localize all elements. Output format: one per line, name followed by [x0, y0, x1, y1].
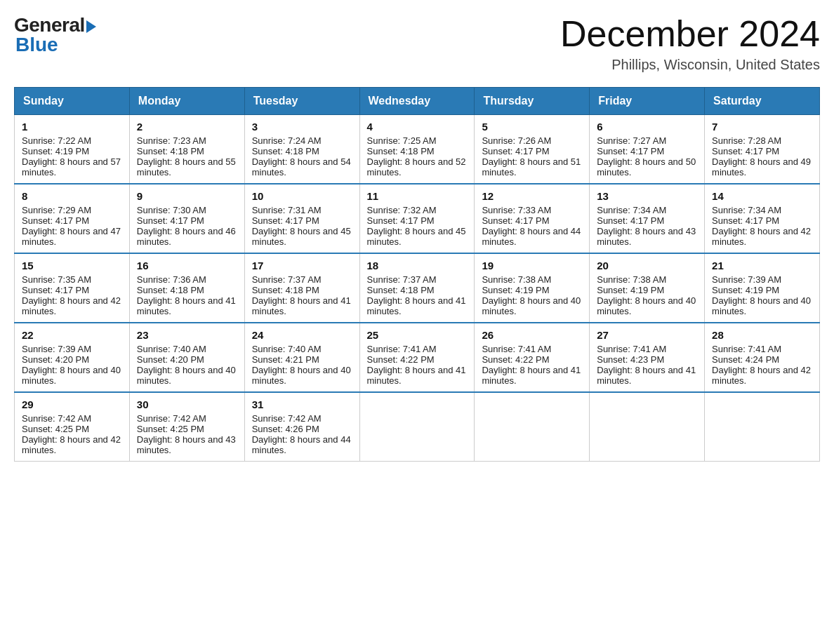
day-number: 9	[137, 190, 237, 202]
calendar-day-cell: 19Sunrise: 7:38 AMSunset: 4:19 PMDayligh…	[475, 253, 590, 323]
daylight-info: Daylight: 8 hours and 40 minutes.	[137, 365, 237, 386]
calendar-week-row: 15Sunrise: 7:35 AMSunset: 4:17 PMDayligh…	[15, 253, 820, 323]
daylight-info: Daylight: 8 hours and 40 minutes.	[482, 295, 582, 316]
sunset-info: Sunset: 4:18 PM	[137, 285, 237, 295]
day-number: 10	[252, 190, 352, 202]
day-number: 26	[482, 329, 582, 341]
calendar-day-cell: 29Sunrise: 7:42 AMSunset: 4:25 PMDayligh…	[15, 392, 130, 462]
day-content: 10Sunrise: 7:31 AMSunset: 4:17 PMDayligh…	[252, 190, 352, 247]
day-content: 21Sunrise: 7:39 AMSunset: 4:19 PMDayligh…	[712, 260, 812, 316]
sunset-info: Sunset: 4:19 PM	[597, 285, 697, 295]
sunset-info: Sunset: 4:17 PM	[22, 215, 122, 226]
sunrise-info: Sunrise: 7:35 AM	[22, 274, 122, 285]
day-content: 11Sunrise: 7:32 AMSunset: 4:17 PMDayligh…	[367, 190, 468, 247]
calendar-day-cell: 24Sunrise: 7:40 AMSunset: 4:21 PMDayligh…	[244, 323, 359, 392]
daylight-info: Daylight: 8 hours and 44 minutes.	[482, 226, 582, 247]
sunset-info: Sunset: 4:18 PM	[252, 285, 352, 295]
calendar-day-cell: 21Sunrise: 7:39 AMSunset: 4:19 PMDayligh…	[705, 253, 820, 323]
calendar-day-cell: 16Sunrise: 7:36 AMSunset: 4:18 PMDayligh…	[129, 253, 244, 323]
calendar-day-cell: 7Sunrise: 7:28 AMSunset: 4:17 PMDaylight…	[705, 115, 820, 185]
sunset-info: Sunset: 4:26 PM	[252, 424, 352, 434]
calendar-day-cell: 23Sunrise: 7:40 AMSunset: 4:20 PMDayligh…	[129, 323, 244, 392]
daylight-info: Daylight: 8 hours and 40 minutes.	[22, 365, 122, 386]
sunset-info: Sunset: 4:20 PM	[22, 354, 122, 365]
daylight-info: Daylight: 8 hours and 40 minutes.	[252, 365, 352, 386]
calendar-day-cell	[590, 392, 705, 462]
sunrise-info: Sunrise: 7:27 AM	[597, 135, 697, 146]
daylight-info: Daylight: 8 hours and 51 minutes.	[482, 156, 582, 177]
calendar-day-cell: 11Sunrise: 7:32 AMSunset: 4:17 PMDayligh…	[359, 184, 475, 253]
daylight-info: Daylight: 8 hours and 44 minutes.	[252, 434, 352, 455]
calendar-day-cell: 28Sunrise: 7:41 AMSunset: 4:24 PMDayligh…	[705, 323, 820, 392]
sunset-info: Sunset: 4:20 PM	[137, 354, 237, 365]
day-content: 30Sunrise: 7:42 AMSunset: 4:25 PMDayligh…	[137, 398, 237, 455]
day-content: 12Sunrise: 7:33 AMSunset: 4:17 PMDayligh…	[482, 190, 582, 247]
day-content: 13Sunrise: 7:34 AMSunset: 4:17 PMDayligh…	[597, 190, 697, 247]
sunset-info: Sunset: 4:17 PM	[597, 146, 697, 156]
calendar-header-monday: Monday	[129, 88, 244, 115]
daylight-info: Daylight: 8 hours and 43 minutes.	[137, 434, 237, 455]
day-content: 23Sunrise: 7:40 AMSunset: 4:20 PMDayligh…	[137, 329, 237, 386]
sunrise-info: Sunrise: 7:34 AM	[597, 205, 697, 215]
sunset-info: Sunset: 4:25 PM	[137, 424, 237, 434]
sunset-info: Sunset: 4:23 PM	[597, 354, 697, 365]
sunrise-info: Sunrise: 7:37 AM	[252, 274, 352, 285]
daylight-info: Daylight: 8 hours and 52 minutes.	[367, 156, 468, 177]
daylight-info: Daylight: 8 hours and 50 minutes.	[597, 156, 697, 177]
sunset-info: Sunset: 4:18 PM	[367, 285, 468, 295]
daylight-info: Daylight: 8 hours and 54 minutes.	[252, 156, 352, 177]
day-number: 15	[22, 260, 122, 271]
daylight-info: Daylight: 8 hours and 45 minutes.	[252, 226, 352, 247]
sunrise-info: Sunrise: 7:29 AM	[22, 205, 122, 215]
daylight-info: Daylight: 8 hours and 47 minutes.	[22, 226, 122, 247]
day-number: 8	[22, 190, 122, 202]
calendar-table: SundayMondayTuesdayWednesdayThursdayFrid…	[14, 87, 820, 462]
day-content: 22Sunrise: 7:39 AMSunset: 4:20 PMDayligh…	[22, 329, 122, 386]
calendar-day-cell: 31Sunrise: 7:42 AMSunset: 4:26 PMDayligh…	[244, 392, 359, 462]
sunset-info: Sunset: 4:17 PM	[597, 215, 697, 226]
sunset-info: Sunset: 4:17 PM	[22, 285, 122, 295]
sunset-info: Sunset: 4:17 PM	[712, 146, 812, 156]
calendar-day-cell	[475, 392, 590, 462]
daylight-info: Daylight: 8 hours and 55 minutes.	[137, 156, 237, 177]
day-number: 14	[712, 190, 812, 202]
day-number: 24	[252, 329, 352, 341]
day-number: 13	[597, 190, 697, 202]
sunrise-info: Sunrise: 7:42 AM	[22, 413, 122, 424]
day-number: 18	[367, 260, 468, 271]
calendar-day-cell: 2Sunrise: 7:23 AMSunset: 4:18 PMDaylight…	[129, 115, 244, 185]
calendar-header-sunday: Sunday	[15, 88, 130, 115]
calendar-day-cell: 14Sunrise: 7:34 AMSunset: 4:17 PMDayligh…	[705, 184, 820, 253]
sunset-info: Sunset: 4:24 PM	[712, 354, 812, 365]
day-content: 15Sunrise: 7:35 AMSunset: 4:17 PMDayligh…	[22, 260, 122, 316]
sunrise-info: Sunrise: 7:42 AM	[252, 413, 352, 424]
sunrise-info: Sunrise: 7:37 AM	[367, 274, 468, 285]
sunrise-info: Sunrise: 7:41 AM	[597, 344, 697, 354]
calendar-day-cell: 10Sunrise: 7:31 AMSunset: 4:17 PMDayligh…	[244, 184, 359, 253]
day-number: 1	[22, 121, 122, 133]
sunset-info: Sunset: 4:22 PM	[367, 354, 468, 365]
day-content: 18Sunrise: 7:37 AMSunset: 4:18 PMDayligh…	[367, 260, 468, 316]
day-number: 20	[597, 260, 697, 271]
sunset-info: Sunset: 4:25 PM	[22, 424, 122, 434]
day-number: 29	[22, 398, 122, 410]
calendar-day-cell: 27Sunrise: 7:41 AMSunset: 4:23 PMDayligh…	[590, 323, 705, 392]
sunrise-info: Sunrise: 7:33 AM	[482, 205, 582, 215]
day-content: 4Sunrise: 7:25 AMSunset: 4:18 PMDaylight…	[367, 121, 468, 177]
sunrise-info: Sunrise: 7:39 AM	[22, 344, 122, 354]
calendar-day-cell: 18Sunrise: 7:37 AMSunset: 4:18 PMDayligh…	[359, 253, 475, 323]
sunrise-info: Sunrise: 7:36 AM	[137, 274, 237, 285]
sunrise-info: Sunrise: 7:26 AM	[482, 135, 582, 146]
calendar-header-thursday: Thursday	[475, 88, 590, 115]
calendar-header-friday: Friday	[590, 88, 705, 115]
calendar-day-cell: 22Sunrise: 7:39 AMSunset: 4:20 PMDayligh…	[15, 323, 130, 392]
day-number: 27	[597, 329, 697, 341]
sunrise-info: Sunrise: 7:38 AM	[597, 274, 697, 285]
sunset-info: Sunset: 4:21 PM	[252, 354, 352, 365]
sunset-info: Sunset: 4:18 PM	[252, 146, 352, 156]
daylight-info: Daylight: 8 hours and 41 minutes.	[482, 365, 582, 386]
day-number: 12	[482, 190, 582, 202]
sunrise-info: Sunrise: 7:25 AM	[367, 135, 468, 146]
sunrise-info: Sunrise: 7:23 AM	[137, 135, 237, 146]
sunset-info: Sunset: 4:17 PM	[367, 215, 468, 226]
